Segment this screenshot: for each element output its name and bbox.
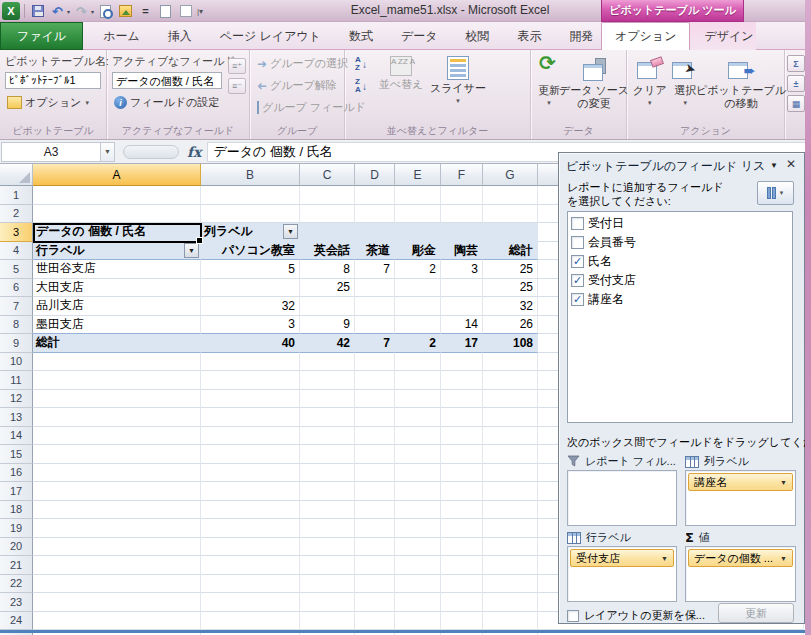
cell-B16[interactable] (201, 464, 300, 483)
ribbon-tab[interactable]: 校閲 (452, 22, 504, 50)
zone-box-2[interactable]: 講座名▼ (685, 470, 796, 526)
cell-E8[interactable] (395, 316, 441, 335)
row-header-15[interactable]: 15 (0, 445, 33, 464)
cell-B18[interactable] (201, 501, 300, 520)
cell-C20[interactable] (300, 538, 355, 557)
field-checkbox-unchecked[interactable] (571, 217, 584, 230)
ungroup-button[interactable]: ➜ グループ解除 (255, 77, 339, 94)
cell-D9[interactable]: 7 (355, 334, 395, 353)
row-header-16[interactable]: 16 (0, 464, 33, 483)
cell-G4[interactable]: 総計 (483, 242, 538, 261)
undo-icon[interactable]: ↶ (49, 3, 66, 20)
cell-F21[interactable] (441, 556, 483, 575)
cell-F6[interactable] (441, 279, 483, 298)
column-header-C[interactable]: C (300, 164, 355, 186)
cell-B10[interactable] (201, 353, 300, 372)
row-header-2[interactable]: 2 (0, 205, 33, 224)
column-header-B[interactable]: B (201, 164, 300, 186)
row-header-22[interactable]: 22 (0, 575, 33, 594)
cell-E13[interactable] (395, 408, 441, 427)
cell-A2[interactable] (33, 205, 201, 224)
cell-B11[interactable] (201, 371, 300, 390)
blank-square-icon[interactable] (177, 3, 194, 20)
cell-B24[interactable] (201, 612, 300, 631)
cell-F15[interactable] (441, 445, 483, 464)
undo-dropdown-icon[interactable]: ▾ (67, 8, 70, 15)
cell-A7[interactable]: 品川支店 (33, 297, 201, 316)
cell-D16[interactable] (355, 464, 395, 483)
sort-button[interactable]: A ZZ A 並べ替え (375, 54, 427, 91)
cell-E6[interactable] (395, 279, 441, 298)
cell-B6[interactable] (201, 279, 300, 298)
cell-A16[interactable] (33, 464, 201, 483)
cell-A5[interactable]: 世田谷支店 (33, 260, 201, 279)
cell-C19[interactable] (300, 519, 355, 538)
cell-C14[interactable] (300, 427, 355, 446)
cell-C21[interactable] (300, 556, 355, 575)
redo-icon[interactable]: ↷ (73, 3, 90, 20)
cell-C10[interactable] (300, 353, 355, 372)
cell-G21[interactable] (483, 556, 538, 575)
row-header-11[interactable]: 11 (0, 371, 33, 390)
cell-F13[interactable] (441, 408, 483, 427)
cell-B19[interactable] (201, 519, 300, 538)
cell-E10[interactable] (395, 353, 441, 372)
row-header-21[interactable]: 21 (0, 556, 33, 575)
print-preview-icon[interactable] (97, 3, 114, 20)
cell-A8[interactable]: 墨田支店 (33, 316, 201, 335)
ribbon-tab[interactable]: 表示 (504, 22, 556, 50)
cell-A12[interactable] (33, 390, 201, 409)
clear-button[interactable]: クリア ▼ (632, 54, 668, 110)
cell-E7[interactable] (395, 297, 441, 316)
row-header-5[interactable]: 5 (0, 260, 33, 279)
cell-B9[interactable]: 40 (201, 334, 300, 353)
row-header-20[interactable]: 20 (0, 538, 33, 557)
sort-descending-icon[interactable]: ZA↓ (350, 76, 372, 96)
ribbon-tab[interactable]: デザイン (690, 22, 767, 50)
cell-E16[interactable] (395, 464, 441, 483)
cell-D1[interactable] (355, 186, 395, 205)
cell-B21[interactable] (201, 556, 300, 575)
cell-E14[interactable] (395, 427, 441, 446)
cell-F18[interactable] (441, 501, 483, 520)
row-header-9[interactable]: 9 (0, 334, 33, 353)
cell-B22[interactable] (201, 575, 300, 594)
cell-G5[interactable]: 25 (483, 260, 538, 279)
cell-F24[interactable] (441, 612, 483, 631)
insert-function-icon[interactable]: fx (187, 144, 201, 160)
zone-box-3[interactable]: 受付支店▼ (567, 546, 677, 602)
cell-C1[interactable] (300, 186, 355, 205)
cell-A4[interactable]: 行ラベル▼ (33, 242, 201, 261)
cell-A11[interactable] (33, 371, 201, 390)
cell-G1[interactable] (483, 186, 538, 205)
column-header-E[interactable]: E (395, 164, 441, 186)
cell-D2[interactable] (355, 205, 395, 224)
ribbon-tab[interactable]: オプション (601, 22, 690, 51)
cell-G19[interactable] (483, 519, 538, 538)
cell-F14[interactable] (441, 427, 483, 446)
cell-E4[interactable]: 彫金 (395, 242, 441, 261)
cell-G10[interactable] (483, 353, 538, 372)
pivot-name-input[interactable]: ﾋﾟﾎﾞｯﾄﾃｰﾌﾞﾙ1 (5, 72, 101, 89)
cell-C12[interactable] (300, 390, 355, 409)
cell-F3[interactable] (441, 223, 483, 242)
row-header-17[interactable]: 17 (0, 482, 33, 501)
name-box-dropdown-icon[interactable]: ▼ (101, 142, 115, 162)
cell-D13[interactable] (355, 408, 395, 427)
cell-E20[interactable] (395, 538, 441, 557)
cell-B2[interactable] (201, 205, 300, 224)
cell-B3[interactable]: 列ラベル▼ (201, 223, 300, 242)
cell-C24[interactable] (300, 612, 355, 631)
cell-C17[interactable] (300, 482, 355, 501)
cell-A19[interactable] (33, 519, 201, 538)
column-header-G[interactable]: G (483, 164, 538, 186)
cell-G8[interactable]: 26 (483, 316, 538, 335)
cell-D11[interactable] (355, 371, 395, 390)
cell-G6[interactable]: 25 (483, 279, 538, 298)
cell-F11[interactable] (441, 371, 483, 390)
cell-B14[interactable] (201, 427, 300, 446)
equals-icon[interactable]: = (137, 3, 154, 20)
cell-E3[interactable] (395, 223, 441, 242)
cell-C6[interactable]: 25 (300, 279, 355, 298)
group-selection-button[interactable]: ➜ グループの選択 (255, 55, 339, 72)
